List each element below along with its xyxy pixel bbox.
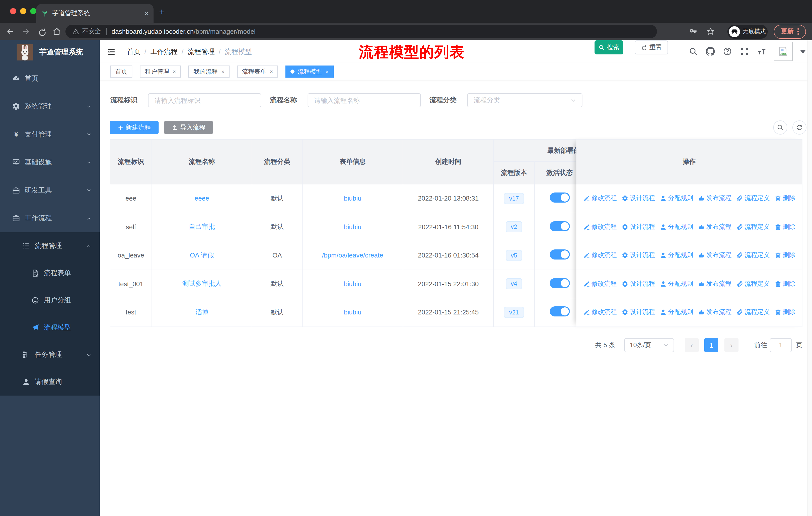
window-minimize-button[interactable] [20,8,26,14]
action-设计流程[interactable]: 设计流程 [622,280,655,288]
incognito-badge[interactable]: 无痕模式 [727,24,768,38]
breadcrumb-item[interactable]: 流程管理 [187,47,215,56]
close-icon[interactable]: × [325,69,329,75]
sidebar-collapse-icon[interactable] [107,47,116,56]
sidebar-item-请假查询[interactable]: 请假查询 [0,369,100,396]
active-toggle[interactable] [549,278,570,288]
form-info-link[interactable]: biubiu [344,195,361,202]
user-avatar[interactable] [774,42,793,61]
process-name-link[interactable]: eeee [195,195,209,202]
action-流程定义[interactable]: 流程定义 [736,194,770,203]
address-bar[interactable]: 不安全 dashboard.yudao.iocoder.cn /bpm/mana… [65,25,657,38]
action-设计流程[interactable]: 设计流程 [622,308,655,317]
font-size-icon[interactable] [757,47,766,56]
process-name-link[interactable]: 测试多审批人 [182,280,222,288]
sidebar-item-工作流程[interactable]: 工作流程 [0,204,100,232]
close-icon[interactable]: × [221,69,225,75]
window-zoom-button[interactable] [30,8,36,14]
avatar-dropdown-caret[interactable] [801,50,806,53]
tab-close-icon[interactable]: × [145,9,148,17]
version-badge[interactable]: v2 [506,221,522,233]
version-badge[interactable]: v5 [506,250,522,261]
filter-id-input[interactable] [148,93,261,107]
version-badge[interactable]: v4 [506,278,522,290]
action-修改流程[interactable]: 修改流程 [583,251,617,260]
breadcrumb-item[interactable]: 首页 [127,47,141,56]
active-toggle[interactable] [549,193,570,203]
tab-流程模型[interactable]: 流程模型× [286,65,334,78]
close-icon[interactable]: × [270,69,273,75]
help-icon[interactable] [723,47,732,56]
active-toggle[interactable] [549,307,570,317]
sidebar-item-任务管理[interactable]: 任务管理 [0,341,100,369]
browser-update-button[interactable]: 更新 [774,24,806,38]
sidebar-item-流程表单[interactable]: 流程表单 [0,260,100,287]
new-tab-button[interactable]: + [159,7,165,17]
active-toggle[interactable] [549,250,570,260]
sidebar-item-支付管理[interactable]: ¥支付管理 [0,120,100,148]
action-删除[interactable]: 删除 [775,194,795,203]
action-删除[interactable]: 删除 [775,280,795,288]
action-分配规则[interactable]: 分配规则 [660,251,693,260]
active-toggle[interactable] [549,221,570,231]
browser-tab[interactable]: 芋道管理系统 × [36,4,153,23]
action-设计流程[interactable]: 设计流程 [622,194,655,203]
version-badge[interactable]: v21 [504,307,524,318]
import-process-button[interactable]: 导入流程 [164,121,213,134]
action-流程定义[interactable]: 流程定义 [736,308,770,317]
prev-page-button[interactable]: ‹ [685,338,699,352]
action-设计流程[interactable]: 设计流程 [622,251,655,260]
action-删除[interactable]: 删除 [775,223,795,231]
filter-name-input[interactable] [308,93,421,107]
action-分配规则[interactable]: 分配规则 [660,223,693,231]
action-修改流程[interactable]: 修改流程 [583,223,617,231]
action-修改流程[interactable]: 修改流程 [583,194,617,203]
passwords-key-icon[interactable] [689,28,697,36]
breadcrumb-item[interactable]: 工作流程 [150,47,178,56]
home-icon[interactable] [52,27,61,36]
create-process-button[interactable]: 新建流程 [110,121,158,134]
action-发布流程[interactable]: 发布流程 [698,280,731,288]
action-删除[interactable]: 删除 [775,251,795,260]
forward-icon[interactable] [22,27,30,36]
search-button[interactable]: 搜索 [594,40,623,54]
action-发布流程[interactable]: 发布流程 [698,194,731,203]
sidebar-item-系统管理[interactable]: 系统管理 [0,92,100,120]
sidebar-item-研发工具[interactable]: 研发工具 [0,176,100,204]
sidebar-item-首页[interactable]: 首页 [0,64,100,92]
page-scrollbar[interactable] [808,40,812,516]
process-name-link[interactable]: 滔博 [195,308,208,316]
process-name-link[interactable]: 自己审批 [189,223,215,230]
window-close-button[interactable] [10,8,16,14]
version-badge[interactable]: v17 [504,193,524,204]
tab-租户管理[interactable]: 租户管理× [140,65,181,78]
form-info-link[interactable]: biubiu [344,309,361,316]
sidebar-item-基础设施[interactable]: 基础设施 [0,148,100,176]
action-发布流程[interactable]: 发布流程 [698,223,731,231]
action-删除[interactable]: 删除 [775,308,795,317]
tab-首页[interactable]: 首页 [110,65,133,78]
form-info-link[interactable]: biubiu [344,223,361,231]
current-page-button[interactable]: 1 [704,338,718,352]
goto-page-input[interactable]: 1 [770,338,792,352]
back-icon[interactable] [6,27,14,36]
reload-icon[interactable] [37,27,46,36]
sidebar-item-用户分组[interactable]: 用户分组 [0,287,100,314]
reset-button[interactable]: 重置 [635,40,668,54]
action-流程定义[interactable]: 流程定义 [736,280,770,288]
action-分配规则[interactable]: 分配规则 [660,280,693,288]
fullscreen-icon[interactable] [740,47,749,56]
action-流程定义[interactable]: 流程定义 [736,251,770,260]
github-icon[interactable] [706,47,715,56]
sidebar-item-流程管理[interactable]: 流程管理 [0,232,100,260]
next-page-button[interactable]: › [724,338,738,352]
tab-流程表单[interactable]: 流程表单× [237,65,278,78]
sidebar-logo[interactable]: 芋道管理系统 [0,40,100,63]
header-search-icon[interactable] [689,47,698,56]
page-size-select[interactable]: 10条/页 [624,338,674,352]
browser-menu-kebab-icon[interactable] [797,27,799,36]
action-分配规则[interactable]: 分配规则 [660,194,693,203]
bookmark-star-icon[interactable] [706,27,715,36]
action-分配规则[interactable]: 分配规则 [660,308,693,317]
toggle-search-panel-button[interactable] [773,120,787,135]
